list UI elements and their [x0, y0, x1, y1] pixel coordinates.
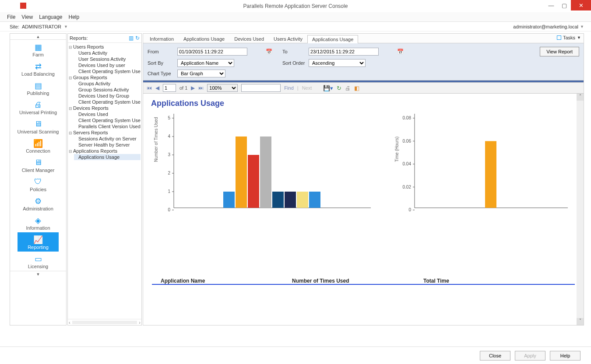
minimize-button[interactable]: — — [545, 0, 558, 10]
vertical-scrollbar[interactable]: ˄ ˅ — [577, 94, 584, 325]
rss-icon[interactable]: ◧ — [354, 85, 359, 91]
tree-item[interactable]: Client Operating System Use — [74, 68, 141, 74]
collapse-icon[interactable]: ⊟ — [69, 149, 73, 154]
nav-scroll-up[interactable]: ▲ — [10, 34, 66, 40]
tree-item[interactable]: Applications Usage — [74, 154, 141, 160]
tree-item[interactable]: Server Health by Server — [74, 142, 141, 148]
nav-scroll-down[interactable]: ▼ — [10, 271, 66, 277]
tree-item[interactable]: Devices Used — [74, 111, 141, 117]
nav-item-licensing[interactable]: ▭Licensing — [18, 252, 59, 271]
sortorder-select[interactable]: Ascending — [309, 59, 366, 67]
menu-help[interactable]: Help — [69, 14, 80, 20]
view-report-button[interactable]: View Report — [540, 47, 579, 56]
svg-text:0.06: 0.06 — [403, 139, 412, 144]
site-selector[interactable]: Site: ADMINISTRATOR ▼ — [10, 24, 68, 29]
nav-item-policies[interactable]: 🛡Policies — [18, 175, 59, 194]
scroll-down-icon[interactable]: ˅ — [577, 318, 584, 325]
app-icon — [20, 3, 26, 9]
nav-icon: ⇄ — [33, 62, 43, 70]
next-label[interactable]: Next — [302, 85, 312, 91]
find-label[interactable]: Find — [284, 85, 293, 91]
find-input[interactable] — [241, 84, 281, 92]
user-menu[interactable]: administrator@marketing.local ▼ — [513, 24, 584, 29]
page-input[interactable] — [163, 84, 176, 92]
collapse-icon[interactable]: ⊟ — [69, 45, 73, 49]
to-input[interactable] — [309, 48, 379, 56]
tree-item[interactable]: Parallels Client Version Used — [74, 123, 141, 130]
collapse-icon[interactable]: ⊟ — [69, 76, 73, 80]
scroll-up-icon[interactable]: ˄ — [577, 94, 584, 101]
menu-language[interactable]: Language — [39, 14, 62, 20]
tree-item[interactable]: Devices Used by Group — [74, 93, 141, 99]
help-button[interactable]: Help — [550, 351, 580, 360]
nav-item-load-balancing[interactable]: ⇄Load Balancing — [18, 59, 59, 78]
tree-scroll-right[interactable]: › — [139, 320, 141, 325]
next-page-button[interactable]: ▶ — [191, 85, 195, 91]
nav-item-farm[interactable]: ▦Farm — [18, 40, 59, 59]
tree-item[interactable]: Sessions Activity on Server — [74, 136, 141, 142]
tab-users-activity-3[interactable]: Users Activity — [269, 35, 307, 43]
tree-item[interactable]: Devices Used by user — [74, 62, 141, 68]
maximize-button[interactable]: ▢ — [558, 0, 571, 10]
svg-text:0.02: 0.02 — [403, 185, 412, 189]
collapse-icon[interactable]: ⊟ — [69, 131, 73, 135]
last-page-button[interactable]: ⏭ — [198, 85, 204, 91]
nav-icon: 📈 — [33, 235, 43, 244]
close-button[interactable]: Close — [480, 351, 510, 360]
nav-item-information[interactable]: ◈Information — [18, 213, 59, 232]
tab-information-0[interactable]: Information — [145, 35, 179, 43]
tree-refresh-icon[interactable]: ↻ — [135, 35, 140, 41]
nav-label: Policies — [18, 187, 59, 192]
tree-item[interactable]: Group Sessions Activity — [74, 87, 141, 93]
nav-item-client-manager[interactable]: 🖥Client Manager — [18, 155, 59, 175]
tree-scroll-left[interactable]: ‹ — [69, 320, 70, 325]
nav-item-connection[interactable]: 📶Connection — [18, 136, 59, 155]
sortby-label: Sort By — [148, 60, 177, 66]
tasks-label: Tasks — [563, 35, 575, 40]
svg-text:0: 0 — [408, 207, 411, 212]
tab-devices-used-2[interactable]: Devices Used — [229, 35, 269, 43]
prev-page-button[interactable]: ◀ — [155, 85, 159, 91]
menu-view[interactable]: View — [21, 14, 33, 20]
calendar-icon[interactable]: 📅 — [265, 48, 273, 56]
tasks-menu[interactable]: Tasks ▼ — [557, 35, 581, 40]
nav-item-universal-printing[interactable]: 🖨Universal Printing — [18, 98, 59, 117]
collapse-icon[interactable]: ⊟ — [69, 106, 73, 111]
zoom-select[interactable]: 100% — [207, 84, 238, 92]
tree-item[interactable]: Client Operating System Use — [74, 99, 141, 105]
tree-item[interactable]: Client Operating System Use — [74, 117, 141, 123]
apply-button[interactable]: Apply — [515, 351, 545, 360]
tree-group[interactable]: ⊟Servers Reports — [69, 130, 141, 136]
tab-applications-usage-4[interactable]: Applications Usage — [307, 35, 358, 43]
sortorder-label: Sort Order — [282, 60, 309, 66]
tree-item[interactable]: User Sessions Activity — [74, 56, 141, 62]
sortby-select[interactable]: Application Name — [177, 59, 234, 67]
tree-hscrollbar[interactable] — [72, 321, 137, 324]
close-window-button[interactable]: ✕ — [571, 0, 591, 10]
svg-rect-19 — [309, 192, 320, 208]
menu-file[interactable]: File — [7, 14, 15, 20]
tasks-icon — [557, 35, 561, 40]
export-icon[interactable]: 💾▾ — [323, 85, 333, 91]
charttype-select[interactable]: Bar Graph — [177, 70, 225, 77]
nav-item-administration[interactable]: ⚙Administration — [18, 194, 59, 213]
tree-group[interactable]: ⊟Applications Reports — [69, 148, 141, 154]
tree-group[interactable]: ⊟Users Reports — [69, 44, 141, 50]
from-input[interactable] — [177, 48, 247, 56]
tree-group[interactable]: ⊟Devices Reports — [69, 105, 141, 111]
tree-item[interactable]: Groups Activity — [74, 80, 141, 87]
tab-applications-usage-1[interactable]: Applications Usage — [179, 35, 229, 43]
tree-grid-icon[interactable]: ▥ — [129, 35, 134, 41]
nav-item-reporting[interactable]: 📈Reporting — [18, 232, 59, 252]
print-icon[interactable]: 🖨 — [345, 85, 351, 91]
svg-text:4: 4 — [168, 134, 170, 139]
tree-item[interactable]: Users Activity — [74, 50, 141, 56]
calendar-icon[interactable]: 📅 — [396, 48, 404, 56]
nav-item-publishing[interactable]: ▤Publishing — [18, 78, 59, 98]
nav-item-universal-scanning[interactable]: 🖥Universal Scanning — [18, 117, 59, 136]
tree-group[interactable]: ⊟Groups Reports — [69, 74, 141, 80]
refresh-icon[interactable]: ↻ — [337, 85, 341, 91]
report-title: Applications Usage — [151, 99, 584, 108]
chart2-ylabel: Time (Hours) — [394, 136, 399, 162]
first-page-button[interactable]: ⏮ — [147, 85, 152, 91]
